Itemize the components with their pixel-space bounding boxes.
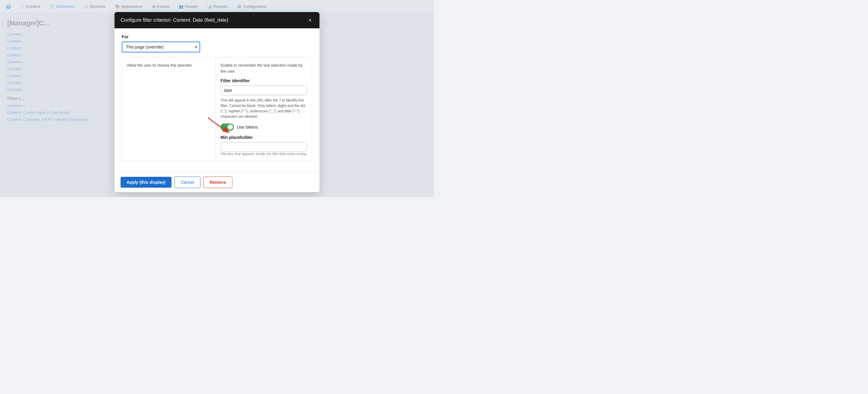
min-hint-truncated: Hint text that appears inside the Min fi… <box>221 152 307 156</box>
left-col-text: Allow the user to choose the operator. <box>127 63 193 67</box>
remove-button[interactable]: Remove <box>204 176 232 188</box>
right-helper-text: Enable to remember the last selection ma… <box>221 62 307 74</box>
for-label: For <box>122 34 312 39</box>
use-tokens-row: Use tokens <box>221 124 307 131</box>
toggle-knob <box>227 124 233 130</box>
use-tokens-label: Use tokens <box>237 125 258 130</box>
for-select[interactable]: This page (override)All displays <box>122 41 200 53</box>
modal-body: For This page (override)All displays ▾ A… <box>115 28 319 172</box>
for-select-wrapper: This page (override)All displays ▾ <box>122 41 200 53</box>
filter-identifier-help: This will appear in the URL after the ? … <box>221 98 307 119</box>
filter-identifier-label: Filter identifier <box>221 78 307 83</box>
modal-dialog: Configure filter criterion: Content: Dat… <box>115 12 319 192</box>
filter-identifier-input[interactable] <box>221 86 307 95</box>
modal-close-button[interactable]: × <box>307 17 313 24</box>
min-placeholder-input[interactable] <box>221 142 307 152</box>
modal-col-left: Allow the user to choose the operator. <box>122 58 216 161</box>
modal-col-right: Enable to remember the last selection ma… <box>216 58 312 161</box>
modal-overlay: Configure filter criterion: Content: Dat… <box>0 0 434 197</box>
apply-button[interactable]: Apply (this display) <box>121 177 172 188</box>
cancel-button[interactable]: Cancel <box>175 176 200 188</box>
modal-title: Configure filter criterion: Content: Dat… <box>121 18 228 23</box>
modal-header: Configure filter criterion: Content: Dat… <box>115 12 319 28</box>
modal-columns: Allow the user to choose the operator. E… <box>122 57 312 161</box>
modal-footer: Apply (this display) Cancel Remove <box>115 172 319 192</box>
min-placeholder-label: Min placeholder <box>221 135 307 140</box>
use-tokens-toggle[interactable] <box>221 124 234 131</box>
